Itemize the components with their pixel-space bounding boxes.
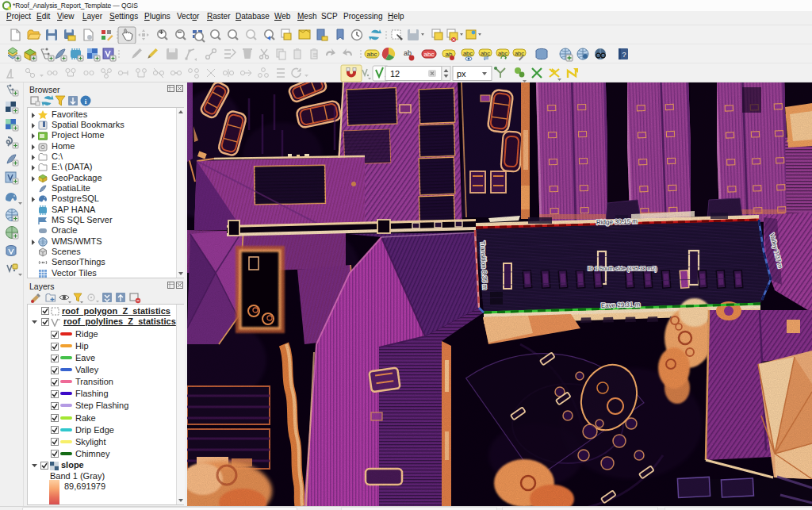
svg-text:12: 12: [390, 69, 400, 79]
svg-text:abc: abc: [424, 51, 435, 58]
svg-text:px: px: [457, 69, 466, 79]
svg-text:abc: abc: [463, 50, 473, 57]
svg-text:abc: abc: [367, 51, 377, 58]
svg-text:?: ?: [622, 51, 626, 59]
svg-text:abc: abc: [515, 50, 524, 57]
svg-text:abc: abc: [481, 50, 490, 57]
